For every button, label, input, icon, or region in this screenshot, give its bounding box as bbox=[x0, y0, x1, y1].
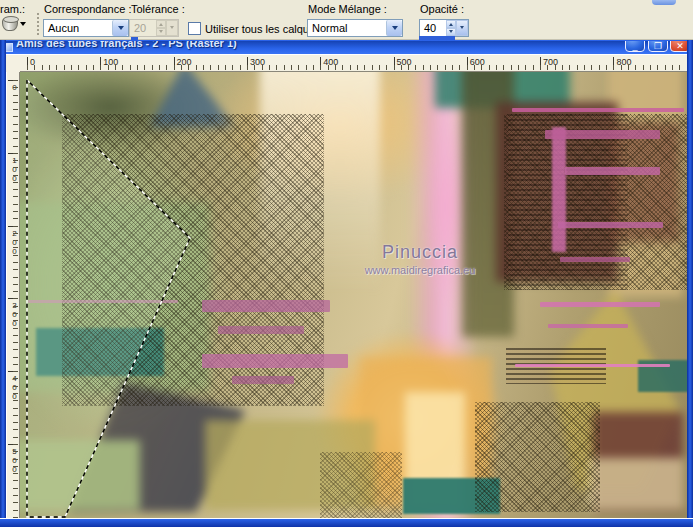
param-label-fragment: ram.: bbox=[0, 3, 25, 15]
blend-mode-value: Normal bbox=[308, 22, 386, 34]
h-major-tick bbox=[320, 57, 321, 70]
all-layers-checkbox[interactable] bbox=[188, 22, 201, 35]
h-major-tick bbox=[467, 57, 468, 70]
correspondance-value: Aucun bbox=[44, 22, 112, 34]
window-frame-left bbox=[0, 40, 6, 527]
preset-tool-icon[interactable] bbox=[2, 17, 18, 31]
v-ruler-label: 400 bbox=[10, 374, 18, 401]
image-window: Amis des tubes français - 2 - PS (Raster… bbox=[0, 40, 693, 527]
v-major-tick bbox=[8, 226, 18, 227]
v-ruler-label: 200 bbox=[10, 229, 18, 256]
v-ruler-label: 100 bbox=[10, 156, 18, 183]
v-major-tick bbox=[8, 80, 18, 81]
correspondance-combobox[interactable]: Aucun bbox=[43, 19, 129, 37]
chevron-down-icon[interactable] bbox=[112, 20, 128, 36]
window-titlebar[interactable]: Amis des tubes français - 2 - PS (Raster… bbox=[0, 41, 693, 54]
h-ruler-label: 600 bbox=[470, 57, 485, 67]
v-major-tick bbox=[8, 298, 18, 299]
v-ruler-label: 300 bbox=[10, 301, 18, 328]
chevron-down-icon[interactable] bbox=[386, 20, 402, 36]
v-major-tick bbox=[8, 444, 18, 445]
window-title: Amis des tubes français - 2 - PS (Raster… bbox=[16, 41, 237, 49]
tolerance-value: 20 bbox=[130, 20, 156, 36]
opacity-label: Opacité : bbox=[420, 3, 464, 15]
chevron-down-icon[interactable] bbox=[456, 20, 468, 36]
opacity-spinner[interactable]: 40 bbox=[419, 19, 469, 37]
spin-up-icon[interactable] bbox=[156, 20, 166, 28]
tolerance-label: Tolérance : bbox=[131, 3, 185, 15]
restore-button[interactable]: ❐ bbox=[648, 41, 668, 52]
horizontal-ruler: 0100200300400500600700800 bbox=[20, 54, 689, 72]
h-ruler-label: 0 bbox=[30, 57, 35, 67]
window-frame-right bbox=[687, 40, 693, 527]
toolbar-separator bbox=[37, 13, 39, 35]
h-ruler-label: 100 bbox=[103, 57, 118, 67]
ruler-corner bbox=[6, 54, 20, 72]
h-ruler-label: 500 bbox=[397, 57, 412, 67]
selection-marquee bbox=[20, 72, 689, 518]
blend-mode-label: Mode Mélange : bbox=[308, 3, 387, 15]
clipped-ui-fragment bbox=[652, 0, 676, 5]
h-major-tick bbox=[247, 57, 248, 70]
v-major-tick bbox=[8, 371, 18, 372]
v-ruler-label: 500 bbox=[10, 447, 18, 474]
all-layers-label: Utiliser tous les calques bbox=[205, 23, 321, 35]
h-ruler-label: 400 bbox=[323, 57, 338, 67]
window-frame-bottom bbox=[0, 518, 693, 527]
h-major-tick bbox=[27, 57, 28, 70]
chevron-down-icon[interactable] bbox=[166, 20, 178, 36]
h-major-tick bbox=[540, 57, 541, 70]
minimize-button[interactable]: _ bbox=[625, 41, 645, 52]
spin-down-icon[interactable] bbox=[156, 28, 166, 36]
tool-options-toolbar: ram.: Correspondance : Aucun Tolérance :… bbox=[0, 0, 693, 40]
h-major-tick bbox=[394, 57, 395, 70]
preset-dropdown-arrow-icon[interactable] bbox=[20, 22, 26, 29]
image-canvas[interactable]: Pinuccia www.maidiregrafica.eu bbox=[20, 72, 689, 518]
opacity-value: 40 bbox=[420, 20, 446, 36]
h-major-tick bbox=[613, 57, 614, 70]
h-ruler-label: 700 bbox=[543, 57, 558, 67]
spin-up-icon[interactable] bbox=[446, 20, 456, 28]
h-ruler-label: 300 bbox=[250, 57, 265, 67]
blend-mode-combobox[interactable]: Normal bbox=[307, 19, 403, 37]
h-major-tick bbox=[174, 57, 175, 70]
v-major-tick bbox=[8, 153, 18, 154]
vertical-ruler: 0100200300400500 bbox=[6, 72, 20, 518]
h-ruler-label: 800 bbox=[616, 57, 631, 67]
v-ruler-label: 0 bbox=[10, 83, 18, 92]
h-ruler-label: 200 bbox=[177, 57, 192, 67]
correspondance-label: Correspondance : bbox=[44, 3, 131, 15]
tolerance-spinner[interactable]: 20 bbox=[129, 19, 179, 37]
spin-down-icon[interactable] bbox=[446, 28, 456, 36]
h-major-tick bbox=[100, 57, 101, 70]
